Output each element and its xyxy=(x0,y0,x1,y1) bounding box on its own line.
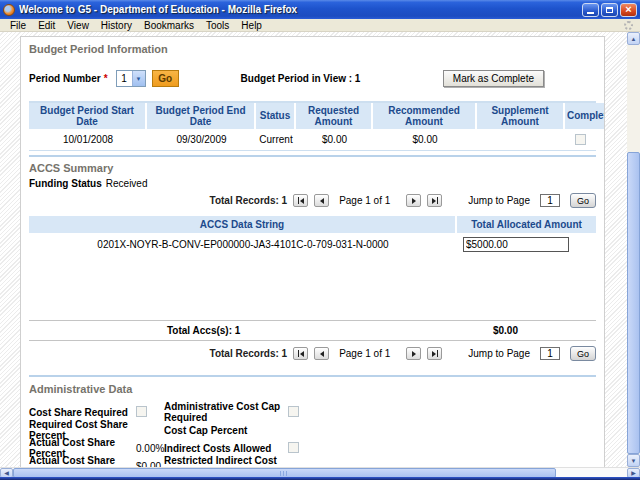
total-allocated-input[interactable] xyxy=(463,237,569,252)
jump-to-page-input[interactable] xyxy=(540,194,560,207)
cell-status: Current xyxy=(256,129,296,150)
actual-cost-share-percent-value: 0.00% xyxy=(136,443,164,454)
arrow-left-icon xyxy=(300,198,304,204)
page-content: Budget Period Information Period Number … xyxy=(20,36,605,467)
jump-go-button[interactable]: Go xyxy=(570,346,596,361)
next-page-button[interactable] xyxy=(406,194,421,207)
throbber-icon xyxy=(624,21,633,30)
scroll-right-button[interactable]: ▶ xyxy=(627,468,640,477)
arrow-right-icon xyxy=(412,351,416,357)
prev-page-button[interactable] xyxy=(314,347,329,360)
actual-cost-share-amount-label: Actual Cost Share Amount xyxy=(29,455,136,467)
mark-as-complete-button[interactable]: Mark as Complete xyxy=(443,70,544,87)
period-number-select[interactable]: 1 ▼ xyxy=(116,70,146,87)
vertical-scroll-thumb[interactable] xyxy=(627,152,640,454)
col-header-status: Status xyxy=(256,103,296,129)
chevron-down-icon[interactable]: ▼ xyxy=(132,71,145,86)
close-button[interactable]: × xyxy=(620,3,637,17)
cell-recommended: $0.00 xyxy=(373,129,477,150)
col-header-end-date: Budget Period End Date xyxy=(147,103,256,129)
budget-period-table: Budget Period Start Date Budget Period E… xyxy=(29,101,596,151)
cell-end-date: 09/30/2009 xyxy=(147,129,256,150)
indirect-costs-allowed-checkbox[interactable] xyxy=(288,442,299,453)
period-number-label: Period Number xyxy=(29,73,101,84)
section-divider xyxy=(29,155,596,157)
complete-checkbox[interactable] xyxy=(575,134,586,145)
cell-requested: $0.00 xyxy=(296,129,373,150)
vertical-scrollbar[interactable]: ▲ ▼ xyxy=(627,32,640,467)
restore-icon xyxy=(606,7,613,13)
jump-to-page-input[interactable] xyxy=(540,347,560,360)
scroll-left-button[interactable]: ◀ xyxy=(0,468,13,477)
arrow-left-icon xyxy=(300,351,304,357)
firefox-icon xyxy=(3,4,15,16)
first-page-button[interactable] xyxy=(293,194,308,207)
budget-period-in-view-label: Budget Period in View : 1 xyxy=(241,73,361,84)
restore-button[interactable] xyxy=(601,3,618,17)
col-header-start-date: Budget Period Start Date xyxy=(29,103,147,129)
titlebar: Welcome to G5 - Department of Education … xyxy=(0,0,640,19)
horizontal-scroll-thumb[interactable] xyxy=(13,468,556,477)
menu-bookmarks[interactable]: Bookmarks xyxy=(138,20,200,31)
period-number-row: Period Number * 1 ▼ Go Budget Period in … xyxy=(29,69,596,88)
accs-table-header: ACCS Data String Total Allocated Amount xyxy=(29,216,596,233)
last-page-icon xyxy=(437,197,438,204)
prev-page-button[interactable] xyxy=(314,194,329,207)
section-divider xyxy=(29,375,596,377)
col-header-supplement: Supplement Amount xyxy=(477,103,565,129)
menu-file[interactable]: File xyxy=(4,20,32,31)
col-header-requested: Requested Amount xyxy=(296,103,373,129)
total-accs-label: Total Accs(s): 1 xyxy=(167,325,240,336)
menu-view[interactable]: View xyxy=(61,20,95,31)
period-go-button[interactable]: Go xyxy=(152,70,179,87)
minimize-button[interactable] xyxy=(582,3,599,17)
indirect-costs-allowed-label: Indirect Costs Allowed xyxy=(164,443,288,454)
menu-tools[interactable]: Tools xyxy=(200,20,235,31)
accs-totals-row: Total Accs(s): 1 $0.00 xyxy=(29,320,596,341)
jump-go-button[interactable]: Go xyxy=(570,193,596,208)
accs-table: ACCS Data String Total Allocated Amount … xyxy=(29,216,596,255)
funding-status-label: Funding Status xyxy=(29,178,102,189)
jump-to-page-label: Jump to Page xyxy=(468,348,530,359)
last-page-button[interactable] xyxy=(427,194,442,207)
last-page-button[interactable] xyxy=(427,347,442,360)
accs-section-title: ACCS Summary xyxy=(29,162,596,174)
window-title: Welcome to G5 - Department of Education … xyxy=(19,4,580,15)
funding-status-row: Funding Status Received xyxy=(29,178,596,189)
table-row: 0201X-NOYR-B-CONV-EP000000-JA3-4101C-0-7… xyxy=(29,233,596,255)
required-marker: * xyxy=(104,73,108,84)
accs-pagination-bottom: Total Records: 1 Page 1 of 1 Jump to Pag… xyxy=(29,345,596,362)
total-accs-amount: $0.00 xyxy=(493,325,518,336)
page-viewport: Budget Period Information Period Number … xyxy=(0,32,640,477)
menu-edit[interactable]: Edit xyxy=(32,20,61,31)
total-records-label: Total Records: 1 xyxy=(210,195,288,206)
cost-share-required-checkbox[interactable] xyxy=(136,406,147,417)
horizontal-scrollbar[interactable]: ◀ ▶ xyxy=(0,467,640,477)
admin-section-title: Administrative Data xyxy=(29,383,596,395)
admin-row: Actual Cost Share Percent 0.00% Indirect… xyxy=(29,437,596,455)
period-number-value: 1 xyxy=(117,73,132,84)
page-indicator: Page 1 of 1 xyxy=(339,348,390,359)
minimize-icon xyxy=(587,12,594,14)
menu-help[interactable]: Help xyxy=(235,20,268,31)
menu-history[interactable]: History xyxy=(95,20,138,31)
total-allocated-cell xyxy=(457,233,596,255)
funding-status-value: Received xyxy=(106,178,148,189)
cell-complete xyxy=(565,129,596,150)
first-page-button[interactable] xyxy=(293,347,308,360)
next-page-button[interactable] xyxy=(406,347,421,360)
scroll-grip-icon xyxy=(280,471,289,476)
restricted-indirect-cost-rate-label: Restricted Indirect Cost Rate xyxy=(164,455,288,467)
first-page-icon xyxy=(298,197,299,204)
browser-window: Welcome to G5 - Department of Education … xyxy=(0,0,640,480)
scroll-up-button[interactable]: ▲ xyxy=(627,32,640,45)
cell-start-date: 10/01/2008 xyxy=(29,129,147,150)
admin-cost-cap-required-checkbox[interactable] xyxy=(288,406,299,417)
jump-to-page-label: Jump to Page xyxy=(468,195,530,206)
scroll-down-button[interactable]: ▼ xyxy=(627,454,640,467)
col-header-recommended: Recommended Amount xyxy=(373,103,477,129)
first-page-icon xyxy=(298,350,299,357)
col-header-accs-data-string: ACCS Data String xyxy=(29,216,457,233)
arrow-left-icon xyxy=(320,198,324,204)
arrow-right-icon xyxy=(432,198,436,204)
